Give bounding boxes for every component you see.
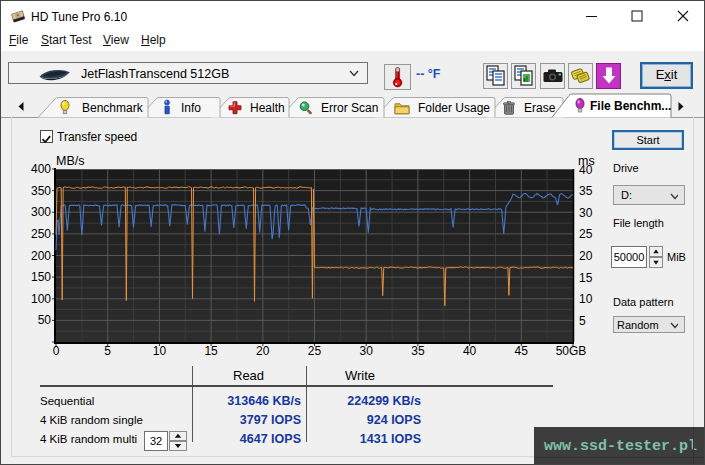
svg-text:45: 45 (515, 344, 529, 358)
svg-text:400: 400 (31, 162, 51, 176)
svg-text:40: 40 (579, 163, 593, 177)
svg-text:300: 300 (31, 205, 51, 219)
svg-text:20: 20 (579, 249, 593, 263)
svg-text:100: 100 (31, 292, 51, 306)
svg-text:50: 50 (38, 313, 52, 327)
svg-text:200: 200 (31, 249, 51, 263)
svg-text:Info: Info (181, 101, 201, 115)
svg-text:35: 35 (579, 184, 593, 198)
svg-text:Erase: Erase (524, 101, 556, 115)
svg-text:MB/s: MB/s (56, 154, 84, 168)
svg-text:15: 15 (579, 271, 593, 285)
svg-text:0: 0 (53, 344, 60, 358)
svg-text:Health: Health (250, 101, 285, 115)
svg-text:25: 25 (579, 227, 593, 241)
svg-text:10: 10 (153, 344, 167, 358)
svg-text:40: 40 (463, 344, 477, 358)
svg-text:30: 30 (360, 344, 374, 358)
svg-text:File Benchm...: File Benchm... (590, 99, 671, 113)
svg-text:Benchmark: Benchmark (82, 101, 144, 115)
svg-text:5: 5 (104, 344, 111, 358)
svg-text:350: 350 (31, 184, 51, 198)
svg-text:150: 150 (31, 270, 51, 284)
svg-text:Error Scan: Error Scan (321, 101, 378, 115)
svg-text:250: 250 (31, 227, 51, 241)
svg-text:5: 5 (579, 314, 586, 328)
svg-text:50GB: 50GB (556, 344, 587, 358)
svg-text:35: 35 (411, 344, 425, 358)
svg-text:Folder Usage: Folder Usage (418, 101, 490, 115)
svg-text:20: 20 (256, 344, 270, 358)
svg-text:10: 10 (579, 292, 593, 306)
svg-text:30: 30 (579, 206, 593, 220)
svg-text:25: 25 (308, 344, 322, 358)
svg-text:15: 15 (204, 344, 218, 358)
